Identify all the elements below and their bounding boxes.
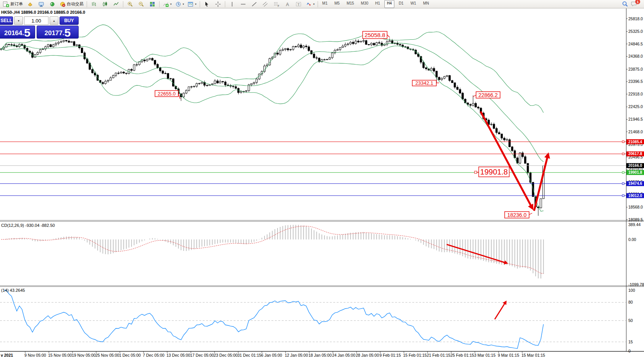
svg-text:19901.8: 19901.8 (628, 170, 642, 175)
level-handle[interactable] (622, 171, 624, 173)
trendline-icon (251, 1, 257, 7)
axis-price-label-19474.6: 19474.6 (626, 181, 644, 186)
chart-title: HK50-,H4 18896.0 20166.0 18885.0 20166.0 (1, 10, 85, 15)
zoom-out-button[interactable] (136, 0, 147, 8)
main-toolbar: 新订单 自动交易 (0, 0, 644, 8)
text-tool-button[interactable]: A (282, 0, 293, 8)
trendline-tool-button[interactable] (249, 0, 260, 8)
text-label-icon: T (295, 1, 302, 7)
price-callout-22866.2[interactable]: 22866.2 (473, 92, 500, 98)
sell-price[interactable]: 20164.5 (0, 26, 35, 39)
tab-timeframe-d1[interactable]: D1 (396, 0, 406, 8)
tab-timeframe-h1[interactable]: H1 (373, 0, 383, 8)
callouts-layer: 25058.823342.122866.222655.019901.818236… (155, 31, 532, 218)
svg-text:18568.0: 18568.0 (628, 205, 643, 209)
buy-button[interactable]: BUY (60, 16, 79, 25)
fibonacci-tool-button[interactable]: F (271, 0, 282, 8)
crosshair-tool-button[interactable] (213, 0, 223, 8)
search-icon[interactable] (622, 1, 628, 7)
level-handle[interactable] (622, 183, 624, 184)
axis-price-label-19901.8: 19901.8 (626, 170, 644, 175)
toolbar-separator (200, 1, 200, 7)
svg-text:17 Dec 05:00: 17 Dec 05:00 (190, 353, 214, 357)
navigator-button[interactable] (36, 0, 47, 8)
price-callout-25058.8[interactable]: 25058.8 (363, 31, 390, 39)
trend-arrow[interactable] (447, 244, 506, 263)
notifications-button[interactable]: 1 (631, 1, 638, 7)
buy-price-int: 20177 (44, 28, 62, 38)
line-chart-icon (113, 1, 119, 7)
fibonacci-glyph: F (278, 5, 279, 7)
auto-trading-button[interactable]: 自动交易 (58, 0, 85, 8)
rsi-layer (0, 290, 626, 348)
tab-timeframe-mn[interactable]: MN (420, 0, 432, 8)
shapes-tool-button[interactable]: ▾ (304, 0, 316, 8)
chart-canvas[interactable]: 25818.025325.024846.524368.023875.023396… (0, 8, 644, 359)
bar-chart-button[interactable] (89, 0, 99, 8)
axis-price-label-20166.0: 20166.0 (626, 163, 644, 168)
line-chart-button[interactable] (111, 0, 121, 8)
price-callout-22655.0[interactable]: 22655.0 (155, 91, 180, 99)
buy-price[interactable]: 20177.5 (37, 26, 79, 39)
tile-windows-icon (149, 1, 155, 7)
notification-badge: 1 (635, 0, 640, 4)
auto-trading-icon (60, 1, 66, 7)
tab-timeframe-w1[interactable]: W1 (408, 0, 419, 8)
zoom-in-button[interactable] (125, 0, 136, 8)
level-handle[interactable] (622, 195, 624, 197)
svg-text:28 Jan 05:00: 28 Jan 05:00 (356, 353, 379, 357)
label-glyph: T (297, 2, 300, 6)
svg-text:25325.0: 25325.0 (628, 29, 643, 34)
svg-text:20166.0: 20166.0 (628, 163, 642, 168)
chart-window: 25818.025325.024846.524368.023875.023396… (0, 8, 644, 359)
signals-button[interactable] (47, 0, 58, 8)
svg-text:18 Jan 05:00: 18 Jan 05:00 (308, 353, 332, 357)
periods-clock-icon (175, 1, 181, 7)
svg-text:24 Jan 05:00: 24 Jan 05:00 (332, 353, 355, 357)
volume-input[interactable] (24, 16, 48, 25)
templates-button[interactable]: ▾ (186, 0, 198, 8)
svg-text:6 Jan 05:00: 6 Jan 05:00 (261, 353, 282, 357)
new-order-button[interactable]: 新订单 (1, 0, 24, 8)
volume-step-up-button[interactable]: ▴ (50, 16, 58, 25)
text-label-tool-button[interactable]: T (293, 0, 304, 8)
candles-layer (0, 39, 544, 216)
volume-step-down-button[interactable]: ▾ (14, 16, 23, 25)
bar-chart-icon (91, 1, 97, 7)
toolbar-right-group: 1 (622, 1, 643, 7)
rsi-line (4, 290, 544, 348)
sell-button[interactable]: SELL (0, 16, 13, 25)
periods-button[interactable]: ▾ (174, 0, 186, 8)
tab-timeframe-m15[interactable]: M15 (344, 0, 357, 8)
tile-windows-button[interactable] (147, 0, 158, 8)
tab-timeframe-h4[interactable]: H4 (384, 0, 395, 8)
candlestick-chart-button[interactable] (100, 0, 110, 8)
level-handle[interactable] (622, 153, 624, 155)
svg-text:-1099.78: -1099.78 (628, 282, 644, 287)
tab-timeframe-m30[interactable]: M30 (358, 0, 371, 8)
bollinger-upper (1, 25, 544, 113)
price-callout-19901.8[interactable]: 19901.8 (475, 167, 509, 177)
navigator-icon (38, 1, 44, 7)
cursor-icon (204, 1, 210, 7)
horizontal-line-tool-button[interactable] (238, 0, 249, 8)
vertical-line-tool-button[interactable] (227, 0, 237, 8)
market-watch-button[interactable] (25, 0, 36, 8)
level-handle[interactable] (622, 141, 624, 143)
price-callout-23342.1[interactable]: 23342.1 (412, 80, 439, 86)
cursor-tool-button[interactable] (202, 0, 212, 8)
channel-tool-button[interactable] (260, 0, 271, 8)
indicators-button[interactable]: ▾ (161, 0, 173, 8)
trend-arrow[interactable] (495, 302, 505, 319)
svg-text:v 2021: v 2021 (1, 353, 13, 357)
sell-price-frac: 5 (24, 27, 31, 38)
svg-text:22425.0: 22425.0 (628, 104, 643, 109)
trend-arrows-layer (447, 112, 550, 319)
tab-timeframe-m1[interactable]: M1 (320, 0, 330, 8)
svg-text:15 Feb 01:15: 15 Feb 01:15 (403, 353, 427, 357)
toolbar-separator (159, 1, 160, 7)
text-glyph: A (286, 2, 289, 7)
tab-timeframe-m5[interactable]: M5 (332, 0, 342, 8)
bollinger-middle (1, 43, 544, 162)
price-callout-18236.0[interactable]: 18236.0 (505, 212, 532, 218)
